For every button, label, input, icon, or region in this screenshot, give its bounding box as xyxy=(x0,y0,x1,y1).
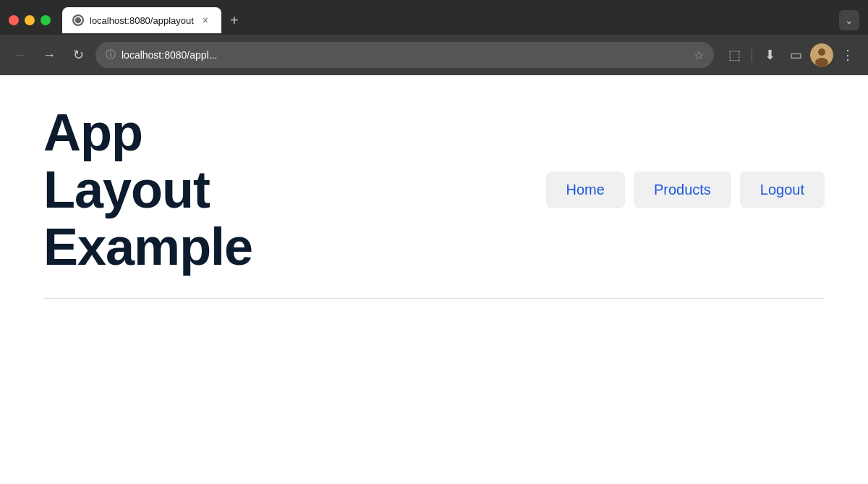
svg-point-3 xyxy=(815,58,828,67)
page-title-line1: App xyxy=(43,103,142,161)
back-icon: ← xyxy=(14,48,27,63)
maximize-window-button[interactable] xyxy=(41,15,51,25)
more-options-button[interactable]: ⋮ xyxy=(836,43,859,67)
page-title-line3: Example xyxy=(43,218,252,276)
browser-window: localhost:8080/applayout × + ⌄ ← → ↻ ⓘ l… xyxy=(0,0,868,75)
chevron-down-icon: ⌄ xyxy=(845,14,854,26)
page-content: App Layout Example Home Products Logout xyxy=(0,75,868,423)
screenshot-button[interactable]: ⬚ xyxy=(723,43,746,67)
reload-icon: ↻ xyxy=(73,47,84,63)
new-tab-button[interactable]: + xyxy=(224,10,244,30)
minimize-window-button[interactable] xyxy=(25,15,35,25)
browser-action-buttons: ⬚ ⬇ ▭ ⋮ xyxy=(723,43,859,67)
tab-close-button[interactable]: × xyxy=(200,14,211,26)
svg-point-2 xyxy=(818,48,825,56)
page-title: App Layout Example xyxy=(43,104,252,276)
forward-icon: → xyxy=(43,48,56,63)
page-title-line2: Layout xyxy=(43,161,210,218)
tab-favicon-icon xyxy=(72,14,84,26)
download-button[interactable]: ⬇ xyxy=(758,43,781,67)
products-nav-button[interactable]: Products xyxy=(634,171,731,208)
nav-bar: ← → ↻ ⓘ localhost:8080/appl... ☆ ⬚ ⬇ ▭ xyxy=(0,35,868,75)
window-controls xyxy=(9,15,51,25)
tab-close-icon: × xyxy=(203,14,208,26)
download-icon: ⬇ xyxy=(765,47,775,63)
url-display: localhost:8080/appl... xyxy=(122,49,688,61)
address-bar[interactable]: ⓘ localhost:8080/appl... ☆ xyxy=(95,42,714,68)
info-icon: ⓘ xyxy=(106,48,116,61)
more-options-icon: ⋮ xyxy=(841,47,854,63)
back-button[interactable]: ← xyxy=(9,43,32,67)
sidebar-icon: ▭ xyxy=(790,47,802,63)
tab-bar: localhost:8080/applayout × + ⌄ xyxy=(0,0,868,35)
tab-title: localhost:8080/applayout xyxy=(90,15,194,26)
profile-avatar-icon xyxy=(810,43,833,67)
logout-nav-button[interactable]: Logout xyxy=(740,171,825,208)
reload-button[interactable]: ↻ xyxy=(67,43,90,67)
screenshot-icon: ⬚ xyxy=(728,47,741,63)
nav-divider xyxy=(752,48,752,62)
sidebar-button[interactable]: ▭ xyxy=(784,43,807,67)
active-tab[interactable]: localhost:8080/applayout × xyxy=(62,7,221,33)
main-nav: Home Products Logout xyxy=(546,171,825,208)
bookmark-star-icon[interactable]: ☆ xyxy=(694,48,704,62)
tab-expand-button[interactable]: ⌄ xyxy=(839,10,859,30)
close-window-button[interactable] xyxy=(9,15,19,25)
app-header: App Layout Example Home Products Logout xyxy=(43,104,825,299)
profile-button[interactable] xyxy=(810,43,833,67)
home-nav-button[interactable]: Home xyxy=(546,171,625,208)
forward-button[interactable]: → xyxy=(38,43,61,67)
new-tab-icon: + xyxy=(230,12,239,29)
